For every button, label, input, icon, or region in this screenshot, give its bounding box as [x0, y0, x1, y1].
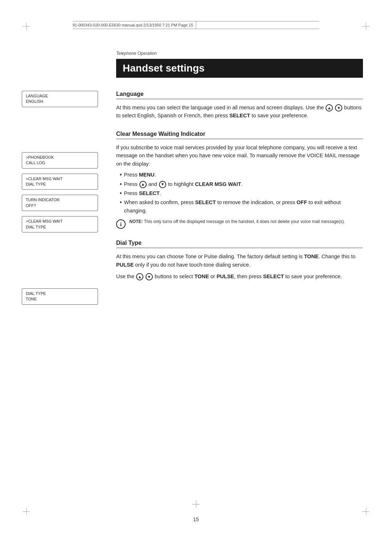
clear-msg-paragraph: If you subscribe to voice mail services … [116, 143, 363, 168]
bottom-center-cross [192, 501, 200, 508]
bullet-press-arrows: Press ▲ and ▼ to highlight CLEAR MSG WAI… [120, 180, 363, 189]
display-box-clearmsg2-line1: >CLEAR MSG WAIT [26, 219, 94, 224]
language-paragraph: At this menu you can select the language… [116, 104, 363, 120]
clear-msg-bullets: Press MENU. Press ▲ and ▼ to highlight C… [120, 171, 363, 215]
display-box-indicator-line2: OFF? [26, 203, 94, 208]
display-box-indicator-line1: TURN INDICATOR [26, 197, 94, 203]
up-button-icon: ▲ [326, 104, 333, 112]
down-arrow-icon: ▼ [159, 181, 166, 188]
display-box-dialtype-line2: TONE [26, 296, 94, 302]
display-box-clearmsg2: >CLEAR MSG WAIT DIAL TYPE [22, 216, 98, 232]
reg-cross-top-right [362, 23, 369, 30]
language-heading: Language [116, 91, 363, 99]
dial-type-section: Dial Type At this menu you can choose To… [116, 240, 363, 280]
display-box-phonebook-line1: >PHONEBOOK [26, 155, 94, 160]
page-title: Handset settings [116, 59, 363, 78]
note-label: NOTE: [129, 219, 143, 224]
display-box-clearmsg1-line2: DIAL TYPE [26, 182, 94, 187]
sidebar: LANGUAGE ENGLISH >PHONEBOOK CALL LOG >CL… [22, 91, 98, 310]
display-box-language-line1: LANGUAGE [26, 93, 94, 99]
content-area: Language At this menu you can select the… [116, 91, 363, 292]
page-number: 15 [193, 516, 199, 522]
display-box-dialtype: DIAL TYPE TONE [22, 288, 98, 305]
display-box-phonebook: >PHONEBOOK CALL LOG [22, 152, 98, 169]
meta-cross [196, 21, 196, 29]
display-box-language-line2: ENGLISH [26, 99, 94, 104]
display-box-clearmsg2-line2: DIAL TYPE [26, 224, 94, 230]
page: 91-000343-020-000-E5630 manual.qxd 2/13/… [0, 0, 392, 555]
clear-msg-section: Clear Message Waiting Indicator If you s… [116, 131, 363, 229]
display-box-phonebook-line2: CALL LOG [26, 160, 94, 166]
dial-type-paragraph2: Use the ▲ ▼ buttons to select TONE or PU… [116, 272, 363, 280]
section-subtitle: Telephone Operation [116, 51, 157, 56]
meta-line: 91-000343-020-000-E5630 manual.qxd 2/13/… [73, 21, 319, 29]
display-box-clearmsg1: >CLEAR MSG WAIT DIAL TYPE [22, 174, 98, 190]
bullet-press-select: Press SELECT. [120, 189, 363, 198]
clear-msg-heading: Clear Message Waiting Indicator [116, 131, 363, 139]
dial-type-paragraph1: At this menu you can choose Tone or Puls… [116, 252, 363, 269]
display-box-dialtype-line1: DIAL TYPE [26, 291, 94, 296]
reg-cross-bottom-right [362, 508, 369, 515]
note-box: i NOTE: This only turns off the displaye… [116, 219, 363, 229]
up-arrow-icon: ▲ [139, 181, 147, 188]
dial-type-heading: Dial Type [116, 240, 363, 248]
down-button-icon: ▼ [335, 104, 342, 112]
reg-cross-bottom-left [23, 508, 30, 515]
reg-cross-top-left [23, 23, 30, 30]
language-section: Language At this menu you can select the… [116, 91, 363, 120]
note-text: NOTE: This only turns off the displayed … [129, 219, 345, 225]
bullet-press-menu: Press MENU. [120, 171, 363, 179]
display-box-language: LANGUAGE ENGLISH [22, 91, 98, 107]
down-btn-icon2: ▼ [146, 273, 153, 280]
note-icon: i [116, 219, 126, 229]
up-btn-icon2: ▲ [136, 273, 143, 280]
meta-text: 91-000343-020-000-E5630 manual.qxd 2/13/… [73, 23, 193, 27]
bullet-confirm: When asked to confirm, press SELECT to r… [120, 198, 363, 215]
display-box-clearmsg1-line1: >CLEAR MSG WAIT [26, 176, 94, 182]
display-box-indicator: TURN INDICATOR OFF? [22, 195, 98, 211]
note-content: This only turns off the displayed messag… [144, 219, 345, 224]
